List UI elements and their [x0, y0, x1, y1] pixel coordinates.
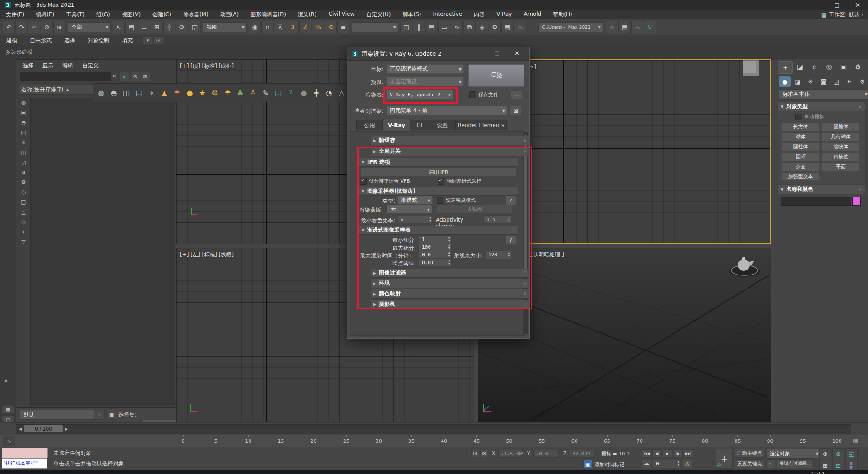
mini-curve-editor-icon[interactable]: ∿ — [3, 436, 15, 446]
menu-item[interactable]: 工具(T) — [60, 11, 90, 19]
explorer-filter-icon[interactable]: ◓ — [19, 118, 28, 128]
explorer-filter-icon[interactable]: △ — [19, 207, 28, 217]
explorer-filter-icon[interactable]: ◍ — [19, 98, 28, 108]
vray-vegetation-icon[interactable]: ♣ — [234, 86, 246, 100]
render-frame-icon[interactable]: ▦ — [501, 21, 514, 33]
explorer-filter-icon[interactable]: ⌖ — [19, 227, 28, 237]
ray-bundle-size-spinner[interactable]: 128▲▼ — [485, 251, 511, 259]
cat-systems-icon[interactable]: ⚙ — [856, 76, 868, 87]
autogrid-checkbox[interactable]: 自动栅格 — [795, 114, 824, 120]
rollout-header-collapsed[interactable]: ▶全局开关⠿ — [371, 147, 530, 156]
filter-funnel-icon[interactable]: ▼ — [119, 72, 129, 81]
explorer-filter-icon[interactable]: ≋ — [19, 167, 28, 177]
previous-frame-icon[interactable]: ◀| — [652, 449, 662, 458]
primitive-button[interactable]: 管状体 — [822, 142, 860, 151]
menu-item[interactable]: 动画(A) — [214, 11, 245, 19]
rollout-ipr-header[interactable]: ▼IPR 选项⠿ — [359, 158, 518, 167]
ribbon-tab[interactable]: 对象绘制 — [81, 37, 116, 44]
render-online-icon[interactable]: ☕ — [631, 21, 643, 33]
explorer-filter-icon[interactable]: □ — [19, 197, 28, 207]
viewport-layout-tab-icon[interactable]: ▦ — [2, 405, 14, 414]
tab-utilities-icon[interactable]: ⚙ — [851, 61, 865, 73]
target-icon[interactable]: ⌖ — [146, 86, 158, 100]
cat-cameras-icon[interactable]: ◙ — [818, 76, 830, 87]
select-and-rotate-icon[interactable]: ⟳ — [176, 21, 188, 33]
explorer-filter-icon[interactable]: ⚙ — [19, 177, 28, 187]
vray-vfb-icon[interactable]: ▤ — [272, 86, 284, 100]
menu-item[interactable]: 内容 — [468, 11, 491, 19]
explorer-menu-item[interactable]: 选择 — [19, 62, 37, 70]
x-coordinate-field[interactable]: -125.309 — [498, 450, 523, 458]
tab-vray[interactable]: V-Ray — [383, 119, 410, 131]
scene-object-box[interactable] — [743, 60, 759, 76]
explorer-menu-item[interactable]: 显示 — [39, 62, 57, 70]
sampler-type-dropdown[interactable]: 渐进式▼ — [397, 196, 433, 204]
menu-item[interactable]: 自定义(U) — [360, 11, 396, 19]
menu-item[interactable]: V-Ray — [491, 11, 518, 19]
explorer-filter-icon[interactable]: ○ — [19, 187, 28, 197]
primitive-button[interactable]: 平面 — [822, 162, 860, 171]
save-file-checkbox[interactable]: 保存文件 — [469, 91, 498, 98]
menu-item[interactable]: 图形编辑器(D) — [245, 11, 292, 19]
enable-ipr-button[interactable]: 启用 IPR — [361, 168, 516, 176]
tab-gi[interactable]: GI — [410, 120, 429, 130]
sphere-icon[interactable]: ◓ — [108, 86, 120, 100]
tab-create-icon[interactable]: ＋ — [778, 61, 793, 74]
menu-item[interactable]: 创建(C) — [146, 11, 177, 19]
primitive-button[interactable]: 四棱锥 — [822, 152, 860, 161]
spinner-snap-icon[interactable]: ⟲ — [325, 21, 337, 33]
menu-item[interactable]: Arnold — [518, 11, 547, 19]
vray-pyramid-icon[interactable]: △ — [335, 86, 348, 100]
primitive-button[interactable]: 茶壶 — [782, 162, 820, 171]
select-by-name-icon[interactable]: ▤ — [125, 21, 137, 33]
primitive-button[interactable]: 加强型文本 — [782, 172, 820, 181]
edit-named-sets-icon[interactable]: ≡ — [337, 21, 349, 33]
ribbon-tab[interactable]: 填充 — [116, 37, 139, 44]
default-layout-dropdown[interactable]: 默认▼ — [20, 410, 103, 420]
angle-snap-icon[interactable]: ∠ — [299, 21, 311, 33]
explorer-object-list[interactable] — [30, 98, 175, 406]
set-key-big-button[interactable]: ＋⚲ — [716, 449, 733, 469]
named-selection-sets-dropdown[interactable]: ▼ — [352, 22, 398, 32]
vray-help-icon[interactable]: ? — [285, 86, 297, 100]
percent-snap-icon[interactable]: % — [312, 21, 324, 33]
vray-camera-rig-icon[interactable]: ╋ — [310, 86, 322, 100]
render-preview-icon[interactable]: ▦ — [618, 21, 631, 33]
cat-lights-icon[interactable]: ☀ — [805, 76, 816, 87]
selected-objects-dropdown[interactable]: 选定对象▼ — [766, 449, 821, 459]
clear-search-icon[interactable]: × — [112, 73, 117, 79]
sampler-help-button[interactable]: ? — [505, 196, 516, 205]
explorer-filter-icon[interactable]: ▽ — [19, 237, 28, 247]
rollout-progressive-header[interactable]: ▼渐进式图像采样器⠿ — [359, 226, 518, 235]
set-key-button[interactable]: 设置关键点 — [735, 459, 764, 468]
view-to-render-dropdown[interactable]: 四元菜单 4 - 前▼ — [386, 106, 507, 115]
key-filters-button[interactable]: 关键点过滤器... — [777, 459, 814, 468]
project-folder-field[interactable]: C:\Users\··· Max 2021▼ — [538, 22, 603, 32]
rollout-header-collapsed[interactable]: ▶环境⠿ — [371, 279, 530, 288]
primitive-button[interactable]: 长方体 — [782, 123, 820, 131]
menu-item[interactable]: 组(G) — [90, 11, 116, 19]
vray-pie-icon[interactable]: ◔ — [323, 86, 335, 100]
lock-noise-pattern-checkbox[interactable]: 锁定噪点模式 — [437, 197, 476, 204]
list-icon[interactable]: ▤ — [133, 86, 145, 100]
next-key-icon[interactable]: ▶ — [64, 425, 69, 432]
dialog-close-icon[interactable]: × — [511, 49, 523, 57]
menu-item[interactable]: 脚本(S) — [396, 11, 427, 19]
viewport-label[interactable]: [+] [左] [标准] [线框] — [180, 251, 234, 259]
render-production-icon[interactable]: ☕ — [514, 21, 526, 33]
named-sets-list-icon[interactable]: ≋ — [94, 410, 105, 420]
vray-gear-icon[interactable]: ⚙ — [209, 86, 221, 100]
rectangular-selection-icon[interactable]: ▭ — [138, 21, 150, 33]
select-and-scale-icon[interactable]: ◱ — [189, 21, 201, 33]
dialog-minimize-icon[interactable]: — — [472, 50, 484, 56]
renderer-dropdown[interactable]: V-Ray 6, update 2▼ — [386, 90, 453, 100]
render-mask-dropdown[interactable]: 无▼ — [387, 205, 432, 213]
menu-item[interactable]: 编辑(E) — [30, 11, 60, 19]
rollout-header-collapsed[interactable]: ▶图像过滤器⠿ — [371, 269, 530, 278]
explorer-search-input[interactable] — [20, 72, 111, 81]
menu-item[interactable]: 帮助(H) — [547, 11, 578, 19]
maxscript-mini-listener-pink[interactable] — [2, 448, 48, 458]
ribbon-chevron-icon[interactable]: ▾ — [143, 36, 153, 44]
rollout-header-collapsed[interactable]: ▶摄影机⠿ — [371, 300, 530, 309]
select-object-icon[interactable]: ↖ — [113, 21, 125, 33]
